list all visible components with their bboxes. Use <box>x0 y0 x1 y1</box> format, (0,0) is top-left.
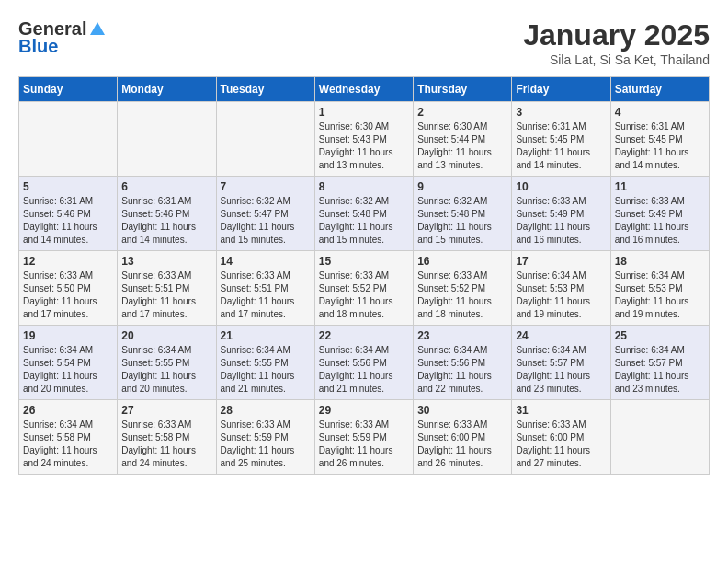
calendar-week-row: 1Sunrise: 6:30 AM Sunset: 5:43 PM Daylig… <box>19 102 710 177</box>
day-number: 13 <box>121 255 211 268</box>
day-number: 27 <box>121 404 211 417</box>
day-info: Sunrise: 6:33 AM Sunset: 5:50 PM Dayligh… <box>23 270 113 321</box>
day-info: Sunrise: 6:32 AM Sunset: 5:48 PM Dayligh… <box>417 195 507 247</box>
calendar-cell <box>118 102 216 177</box>
day-info: Sunrise: 6:33 AM Sunset: 5:51 PM Dayligh… <box>121 270 211 321</box>
day-number: 29 <box>319 404 409 417</box>
calendar-cell: 7Sunrise: 6:32 AM Sunset: 5:47 PM Daylig… <box>216 177 314 251</box>
days-of-week-row: SundayMondayTuesdayWednesdayThursdayFrid… <box>19 77 710 102</box>
calendar-table: SundayMondayTuesdayWednesdayThursdayFrid… <box>18 76 710 475</box>
day-number: 22 <box>319 329 409 342</box>
day-number: 19 <box>23 329 113 342</box>
calendar-cell: 19Sunrise: 6:34 AM Sunset: 5:54 PM Dayli… <box>19 326 118 400</box>
day-number: 30 <box>417 404 507 417</box>
day-number: 16 <box>417 255 507 268</box>
day-info: Sunrise: 6:33 AM Sunset: 5:49 PM Dayligh… <box>516 195 606 247</box>
day-info: Sunrise: 6:34 AM Sunset: 5:55 PM Dayligh… <box>221 344 311 396</box>
calendar-cell: 27Sunrise: 6:33 AM Sunset: 5:58 PM Dayli… <box>118 400 216 475</box>
day-info: Sunrise: 6:34 AM Sunset: 5:57 PM Dayligh… <box>615 344 705 396</box>
calendar-cell: 15Sunrise: 6:33 AM Sunset: 5:52 PM Dayli… <box>314 251 413 326</box>
day-number: 2 <box>417 106 507 119</box>
day-number: 3 <box>516 106 606 119</box>
day-info: Sunrise: 6:33 AM Sunset: 5:51 PM Dayligh… <box>221 270 311 321</box>
logo-blue-text: Blue <box>18 36 58 57</box>
calendar-week-row: 26Sunrise: 6:34 AM Sunset: 5:58 PM Dayli… <box>19 400 710 475</box>
day-number: 15 <box>319 255 409 268</box>
calendar-cell: 3Sunrise: 6:31 AM Sunset: 5:45 PM Daylig… <box>512 102 610 177</box>
calendar-cell: 26Sunrise: 6:34 AM Sunset: 5:58 PM Dayli… <box>19 400 118 475</box>
day-info: Sunrise: 6:34 AM Sunset: 5:54 PM Dayligh… <box>23 344 113 396</box>
day-info: Sunrise: 6:33 AM Sunset: 6:00 PM Dayligh… <box>516 419 606 470</box>
day-of-week-sunday: Sunday <box>19 77 118 102</box>
calendar-cell: 10Sunrise: 6:33 AM Sunset: 5:49 PM Dayli… <box>512 177 610 251</box>
svg-marker-0 <box>90 22 105 35</box>
day-number: 12 <box>23 255 113 268</box>
calendar-cell: 17Sunrise: 6:34 AM Sunset: 5:53 PM Dayli… <box>512 251 610 326</box>
calendar-cell: 21Sunrise: 6:34 AM Sunset: 5:55 PM Dayli… <box>216 326 314 400</box>
calendar-week-row: 19Sunrise: 6:34 AM Sunset: 5:54 PM Dayli… <box>19 326 710 400</box>
day-number: 25 <box>615 329 705 342</box>
calendar-cell <box>19 102 118 177</box>
day-number: 4 <box>615 106 705 119</box>
day-number: 7 <box>221 180 311 193</box>
calendar-cell: 8Sunrise: 6:32 AM Sunset: 5:48 PM Daylig… <box>314 177 413 251</box>
day-info: Sunrise: 6:34 AM Sunset: 5:56 PM Dayligh… <box>417 344 507 396</box>
calendar-cell: 2Sunrise: 6:30 AM Sunset: 5:44 PM Daylig… <box>414 102 512 177</box>
calendar-cell: 18Sunrise: 6:34 AM Sunset: 5:53 PM Dayli… <box>610 251 709 326</box>
day-info: Sunrise: 6:33 AM Sunset: 5:52 PM Dayligh… <box>319 270 409 321</box>
calendar-cell: 23Sunrise: 6:34 AM Sunset: 5:56 PM Dayli… <box>414 326 512 400</box>
calendar-cell: 9Sunrise: 6:32 AM Sunset: 5:48 PM Daylig… <box>414 177 512 251</box>
day-info: Sunrise: 6:34 AM Sunset: 5:56 PM Dayligh… <box>319 344 409 396</box>
calendar-cell <box>216 102 314 177</box>
calendar-cell: 20Sunrise: 6:34 AM Sunset: 5:55 PM Dayli… <box>118 326 216 400</box>
day-info: Sunrise: 6:33 AM Sunset: 5:59 PM Dayligh… <box>319 419 409 470</box>
calendar-cell: 16Sunrise: 6:33 AM Sunset: 5:52 PM Dayli… <box>414 251 512 326</box>
day-number: 17 <box>516 255 606 268</box>
title-area: January 2025 Sila Lat, Si Sa Ket, Thaila… <box>523 18 710 67</box>
day-info: Sunrise: 6:34 AM Sunset: 5:53 PM Dayligh… <box>516 270 606 321</box>
calendar-cell: 29Sunrise: 6:33 AM Sunset: 5:59 PM Dayli… <box>314 400 413 475</box>
day-number: 5 <box>23 180 113 193</box>
day-number: 8 <box>319 180 409 193</box>
calendar-cell: 28Sunrise: 6:33 AM Sunset: 5:59 PM Dayli… <box>216 400 314 475</box>
day-info: Sunrise: 6:30 AM Sunset: 5:43 PM Dayligh… <box>319 121 409 172</box>
day-info: Sunrise: 6:33 AM Sunset: 5:59 PM Dayligh… <box>221 419 311 470</box>
calendar-cell <box>610 400 709 475</box>
day-info: Sunrise: 6:32 AM Sunset: 5:48 PM Dayligh… <box>319 195 409 247</box>
day-of-week-friday: Friday <box>512 77 610 102</box>
day-info: Sunrise: 6:31 AM Sunset: 5:46 PM Dayligh… <box>23 195 113 247</box>
day-number: 23 <box>417 329 507 342</box>
day-info: Sunrise: 6:31 AM Sunset: 5:45 PM Dayligh… <box>516 121 606 172</box>
calendar-cell: 11Sunrise: 6:33 AM Sunset: 5:49 PM Dayli… <box>610 177 709 251</box>
day-info: Sunrise: 6:34 AM Sunset: 5:57 PM Dayligh… <box>516 344 606 396</box>
calendar-subtitle: Sila Lat, Si Sa Ket, Thailand <box>523 52 710 67</box>
logo: General Blue <box>18 18 107 57</box>
calendar-cell: 22Sunrise: 6:34 AM Sunset: 5:56 PM Dayli… <box>314 326 413 400</box>
calendar-cell: 25Sunrise: 6:34 AM Sunset: 5:57 PM Dayli… <box>610 326 709 400</box>
calendar-cell: 4Sunrise: 6:31 AM Sunset: 5:45 PM Daylig… <box>610 102 709 177</box>
day-info: Sunrise: 6:31 AM Sunset: 5:46 PM Dayligh… <box>121 195 211 247</box>
calendar-cell: 31Sunrise: 6:33 AM Sunset: 6:00 PM Dayli… <box>512 400 610 475</box>
day-number: 18 <box>615 255 705 268</box>
day-number: 14 <box>221 255 311 268</box>
day-of-week-wednesday: Wednesday <box>314 77 413 102</box>
day-of-week-tuesday: Tuesday <box>216 77 314 102</box>
calendar-week-row: 12Sunrise: 6:33 AM Sunset: 5:50 PM Dayli… <box>19 251 710 326</box>
day-info: Sunrise: 6:31 AM Sunset: 5:45 PM Dayligh… <box>615 121 705 172</box>
day-of-week-saturday: Saturday <box>610 77 709 102</box>
day-info: Sunrise: 6:34 AM Sunset: 5:53 PM Dayligh… <box>615 270 705 321</box>
day-number: 28 <box>221 404 311 417</box>
page-header: General Blue January 2025 Sila Lat, Si S… <box>18 18 710 67</box>
day-number: 9 <box>417 180 507 193</box>
day-info: Sunrise: 6:33 AM Sunset: 5:58 PM Dayligh… <box>121 419 211 470</box>
calendar-title: January 2025 <box>523 18 710 52</box>
calendar-cell: 6Sunrise: 6:31 AM Sunset: 5:46 PM Daylig… <box>118 177 216 251</box>
calendar-week-row: 5Sunrise: 6:31 AM Sunset: 5:46 PM Daylig… <box>19 177 710 251</box>
calendar-cell: 12Sunrise: 6:33 AM Sunset: 5:50 PM Dayli… <box>19 251 118 326</box>
day-info: Sunrise: 6:33 AM Sunset: 6:00 PM Dayligh… <box>417 419 507 470</box>
day-number: 21 <box>221 329 311 342</box>
calendar-cell: 30Sunrise: 6:33 AM Sunset: 6:00 PM Dayli… <box>414 400 512 475</box>
day-of-week-thursday: Thursday <box>414 77 512 102</box>
day-number: 31 <box>516 404 606 417</box>
day-number: 20 <box>121 329 211 342</box>
